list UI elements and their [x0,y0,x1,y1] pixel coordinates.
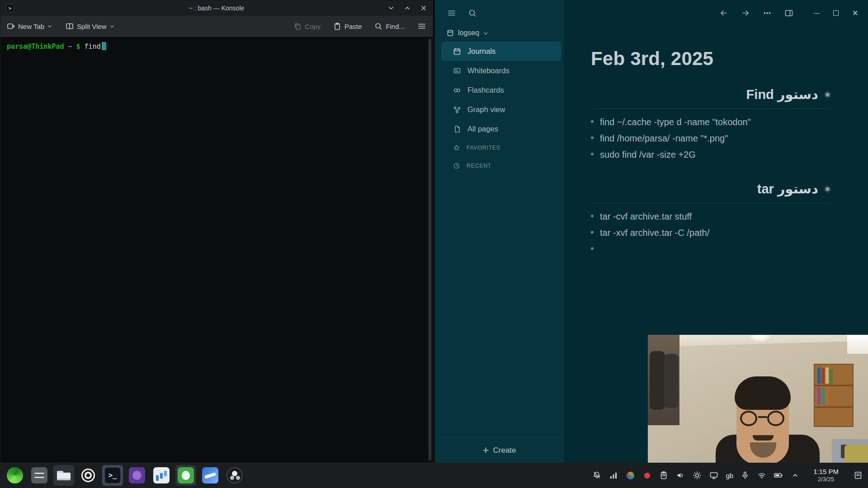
recording-indicator-icon[interactable] [642,470,652,480]
webcam-bright-window [847,335,868,354]
list-item[interactable]: sudo find /var -size +2G [591,149,830,160]
bullet-icon[interactable] [591,247,594,250]
paste-button[interactable]: Paste [333,22,362,30]
sidebar-section-recent[interactable]: RECENT [435,157,564,175]
block-find: دستور Find find ~/.cache -type d -name "… [591,87,830,160]
star-icon [453,144,460,151]
block-heading[interactable]: دستور Find [746,87,818,102]
scrollbar-handle[interactable] [429,39,431,460]
split-view-icon [66,22,74,30]
sidebar-item-journals[interactable]: Journals [441,42,561,61]
graph-icon [453,106,461,114]
logseq-sidebar: logseq Journals Whiteboards Flashcards [435,0,564,463]
chart-app-icon[interactable] [151,465,172,486]
favorites-label: FAVORITES [467,145,500,151]
close-icon[interactable]: × [852,10,858,16]
battery-icon[interactable] [774,470,783,480]
copy-button[interactable]: Copy [293,22,321,30]
chevron-down-icon [110,24,114,28]
right-sidebar-toggle-icon[interactable] [784,8,794,18]
taskbar: >_ gb 1:15 PM 2/3/25 [0,463,868,488]
terminal-area[interactable]: parsa@ThinkPad ~ $ find [0,37,433,462]
sidebar-item-all-pages[interactable]: All pages [441,119,561,139]
find-button[interactable]: Find... [374,22,405,30]
sidebar-item-flashcards[interactable]: Flashcards [441,80,561,100]
bullet-icon[interactable] [591,231,594,234]
system-tool-icon[interactable] [29,465,50,486]
terminal-command: find [85,42,101,51]
tray-expand-icon[interactable] [790,470,800,480]
konsole-titlebar[interactable]: > ~ : bash — Konsole [0,0,433,16]
app-launcher-icon[interactable] [5,465,25,486]
copy-label: Copy [305,23,321,30]
create-label: Create [493,446,516,455]
forward-arrow-icon[interactable] [741,8,750,18]
clipboard-icon[interactable] [659,470,669,480]
block-bullet[interactable] [826,187,830,191]
create-button[interactable]: Create [435,437,564,463]
show-panel-icon[interactable] [853,470,863,481]
list-item[interactable] [591,243,830,255]
list-item[interactable]: find /home/parsa/ -name "*.png" [591,132,830,144]
minimize-icon[interactable] [387,5,395,12]
list-item[interactable]: find ~/.cache -type d -name "tokodon" [591,116,830,128]
sidebar-toggle-menu-icon[interactable] [447,8,457,18]
hamburger-menu-icon[interactable] [417,22,426,31]
sidebar-nav: Journals Whiteboards Flashcards Graph vi… [435,42,564,175]
page-title[interactable]: Feb 3rd, 2025 [591,48,830,70]
volume-icon[interactable] [675,470,685,480]
webcam-person-hair [735,376,791,410]
green-app-icon[interactable] [175,465,196,486]
terminal-scrollbar[interactable] [428,39,432,460]
split-view-button[interactable]: Split View [66,22,114,30]
list-item[interactable]: tar -xvf archive.tar -C /path/ [591,227,830,239]
bullet-icon[interactable] [591,136,594,139]
obs-icon[interactable] [224,465,245,486]
sidebar-section-favorites[interactable]: FAVORITES [435,139,564,157]
bullet-icon[interactable] [591,215,594,217]
sidebar-item-label: All pages [467,125,498,133]
bullet-icon[interactable] [591,120,594,123]
desktop: > ~ : bash — Konsole New Tab Split View [0,0,868,488]
graph-selector[interactable]: logseq [435,26,564,42]
screen-share-icon[interactable] [709,470,719,480]
file-manager-icon[interactable] [53,465,74,486]
blue-app-icon[interactable] [200,465,221,486]
microphone-icon[interactable] [740,470,750,480]
konsole-window-title: ~ : bash — Konsole [0,5,433,12]
block-bullet[interactable] [826,93,830,97]
wifi-icon[interactable] [757,470,767,480]
list-item[interactable]: tar -cvf archive.tar stuff [591,211,830,222]
copy-icon [293,22,302,30]
konsole-taskbar-icon[interactable]: >_ [102,465,123,486]
flashcards-icon [453,86,461,94]
webcam-overlay-window[interactable] [648,335,868,463]
network-signal-icon[interactable] [609,470,618,480]
block-heading[interactable]: دستور tar [757,181,818,197]
target-app-icon[interactable] [78,465,99,486]
clock[interactable]: 1:15 PM 2/3/25 [813,468,839,483]
bullet-icon[interactable] [591,153,594,155]
keyboard-layout-indicator[interactable]: gb [726,472,733,479]
color-app-icon[interactable] [625,470,635,480]
webcam-person-glasses [740,411,785,427]
system-tray: gb 1:15 PM 2/3/25 [592,468,863,483]
brightness-icon[interactable] [692,470,702,480]
purple-app-icon[interactable] [127,465,147,486]
terminal-cursor [102,42,106,50]
new-tab-button[interactable]: New Tab [7,22,52,30]
sidebar-item-graph-view[interactable]: Graph view [441,100,561,119]
maximize-icon[interactable] [833,10,839,16]
notifications-icon[interactable] [592,470,602,480]
sidebar-item-whiteboards[interactable]: Whiteboards [441,61,561,80]
close-icon[interactable] [420,5,427,12]
back-arrow-icon[interactable] [719,8,729,18]
minimize-icon[interactable] [814,13,820,14]
webcam-person-mustache [753,435,774,441]
more-options-icon[interactable] [762,8,772,18]
maximize-icon[interactable] [404,5,411,12]
chevron-down-icon [483,31,488,36]
webcam-couch [844,445,868,463]
plus-icon [482,447,489,454]
search-icon[interactable] [467,8,477,18]
